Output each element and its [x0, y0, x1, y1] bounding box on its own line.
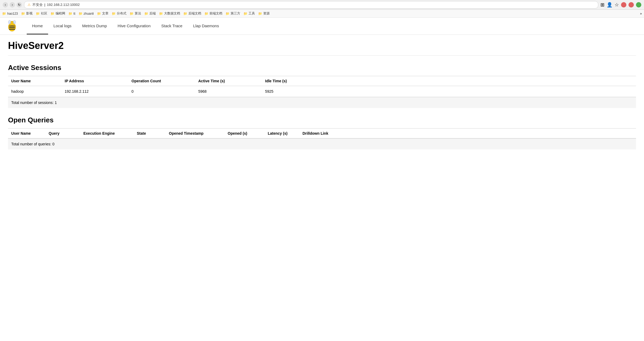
folder-icon: 📁 [226, 12, 230, 15]
bookmark-label: 第三方 [231, 11, 240, 16]
back-button[interactable]: ‹ [3, 2, 8, 7]
extension-icon-2[interactable] [629, 2, 634, 7]
url-separator: | [44, 3, 45, 7]
more-bookmarks-icon[interactable]: » [640, 12, 642, 15]
bookmark-label: tt [73, 12, 75, 15]
extension-icon-1[interactable] [621, 2, 626, 7]
profile-icon[interactable]: 👤 [607, 2, 612, 8]
svg-rect-4 [9, 29, 15, 30]
security-warning-icon: ⚠ [28, 3, 31, 7]
active-sessions-title: Active Sessions [8, 64, 636, 72]
col-header-operation-count: Operation Count [128, 76, 195, 86]
bookmarks-bar: 📁 hao123 📁 影视 📁 社区 📁 编程网 📁 tt 📁 zhuanli … [0, 10, 644, 18]
bookmark-houduan[interactable]: 📁 后端 [144, 11, 156, 16]
folder-icon: 📁 [2, 12, 6, 15]
bookmark-label: 前端文档 [210, 11, 222, 16]
folder-icon: 📁 [159, 12, 163, 15]
folder-icon: 📁 [243, 12, 247, 15]
open-queries-table: User Name Query Execution Engine State O… [8, 128, 636, 138]
svg-point-6 [8, 20, 11, 24]
bookmark-label: 影视 [26, 11, 33, 16]
folder-icon: 📁 [21, 12, 25, 15]
bookmark-gongju[interactable]: 📁 工具 [243, 11, 255, 16]
bookmark-label: zhuanli [84, 12, 94, 15]
address-bar[interactable]: ⚠ 不安全 | 192.168.2.112:10002 [24, 1, 598, 9]
bookmark-wenzhang[interactable]: 📁 文章 [97, 11, 108, 16]
bookmark-label: 资源 [263, 11, 270, 16]
folder-icon: 📁 [68, 12, 72, 15]
star-icon[interactable]: ☆ [615, 2, 619, 8]
folder-icon: 📁 [183, 12, 187, 15]
col-header-idle-time: Idle Time (s) [262, 76, 636, 86]
folder-icon: 📁 [51, 12, 55, 15]
folder-icon: 📁 [144, 12, 148, 15]
nav-link-llap-daemons[interactable]: Llap Daemons [188, 18, 224, 34]
page-title: HiveServer2 [8, 40, 636, 56]
nav-link-local-logs[interactable]: Local logs [48, 18, 77, 34]
main-content: HiveServer2 Active Sessions User Name IP… [0, 35, 644, 155]
bookmark-tt[interactable]: 📁 tt [68, 12, 75, 15]
col-header-user-name: User Name [8, 76, 61, 86]
folder-icon: 📁 [36, 12, 40, 15]
bookmark-label: 后端 [149, 11, 156, 16]
nav-link-hive-configuration[interactable]: Hive Configuration [112, 18, 156, 34]
bookmark-label: hao123 [7, 12, 18, 15]
folder-icon: 📁 [204, 12, 208, 15]
table-row: hadoop 192.168.2.112 0 5968 5925 [8, 86, 636, 97]
url-warning-text: 不安全 [32, 2, 43, 7]
bookmark-label: 社区 [41, 11, 47, 16]
col-header-ip-address: IP Address [61, 76, 128, 86]
forward-button[interactable]: › [10, 2, 15, 7]
bookmark-fenbushi[interactable]: 📁 分布式 [112, 11, 126, 16]
bookmark-qianduan[interactable]: 📁 前端文档 [204, 11, 222, 16]
folder-icon: 📁 [97, 12, 101, 15]
browser-bar: ‹ › ↻ ⚠ 不安全 | 192.168.2.112:10002 ⊞ 👤 ☆ [0, 0, 644, 10]
bookmark-label: 工具 [249, 11, 255, 16]
col-header-execution-engine: Execution Engine [80, 129, 134, 138]
bookmark-hao123[interactable]: 📁 hao123 [2, 12, 18, 15]
col-header-drilldown: Drilldown Link [299, 129, 636, 138]
bookmark-label: 分布式 [117, 11, 126, 16]
col-header-query: Query [45, 129, 80, 138]
bookmark-label: 文章 [102, 11, 108, 16]
col-header-quser-name: User Name [8, 129, 45, 138]
nav-link-home[interactable]: Home [27, 18, 48, 34]
bookmark-shequ[interactable]: 📁 社区 [36, 11, 47, 16]
extension-icon-3[interactable] [636, 2, 641, 7]
sessions-footer: Total number of sessions: 1 [8, 97, 636, 108]
bookmark-yingshi[interactable]: 📁 影视 [21, 11, 33, 16]
active-sessions-table: User Name IP Address Operation Count Act… [8, 76, 636, 97]
bookmark-disan[interactable]: 📁 第三方 [226, 11, 240, 16]
bookmark-bigdata[interactable]: 📁 大数据文档 [159, 11, 180, 16]
cell-ip-address: 192.168.2.112 [61, 86, 128, 97]
nav-link-stack-trace[interactable]: Stack Trace [156, 18, 188, 34]
logo[interactable] [5, 20, 19, 33]
bookmark-suanfa[interactable]: 📁 算法 [130, 11, 141, 16]
col-header-state: State [134, 129, 166, 138]
svg-rect-2 [9, 26, 15, 26]
hive-logo-svg [5, 20, 19, 33]
queries-footer: Total number of queries: 0 [8, 138, 636, 149]
col-header-opened-s: Opened (s) [224, 129, 265, 138]
bookmark-ziyuan[interactable]: 📁 资源 [258, 11, 270, 16]
refresh-button[interactable]: ↻ [17, 2, 22, 7]
nav-bar: Home Local logs Metrics Dump Hive Config… [0, 18, 644, 35]
browser-controls: ‹ › ↻ [3, 2, 22, 7]
col-header-latency: Latency (s) [265, 129, 299, 138]
bookmark-label: 后端文档 [188, 11, 201, 16]
folder-icon: 📁 [112, 12, 116, 15]
bookmark-biancheng[interactable]: 📁 编程网 [51, 11, 65, 16]
cell-idle-time: 5925 [262, 86, 636, 97]
folder-icon: 📁 [79, 12, 83, 15]
nav-link-metrics-dump[interactable]: Metrics Dump [77, 18, 112, 34]
nav-links: Home Local logs Metrics Dump Hive Config… [27, 18, 224, 34]
svg-rect-3 [9, 27, 15, 28]
folder-icon: 📁 [258, 12, 262, 15]
bookmark-zhuanli[interactable]: 📁 zhuanli [79, 12, 94, 15]
grid-icon[interactable]: ⊞ [600, 2, 604, 8]
col-header-active-time: Active Time (s) [195, 76, 262, 86]
bookmark-houduan-doc[interactable]: 📁 后端文档 [183, 11, 201, 16]
bookmark-label: 编程网 [56, 11, 65, 16]
open-queries-section: Open Queries User Name Query Execution E… [8, 116, 636, 149]
cell-operation-count: 0 [128, 86, 195, 97]
